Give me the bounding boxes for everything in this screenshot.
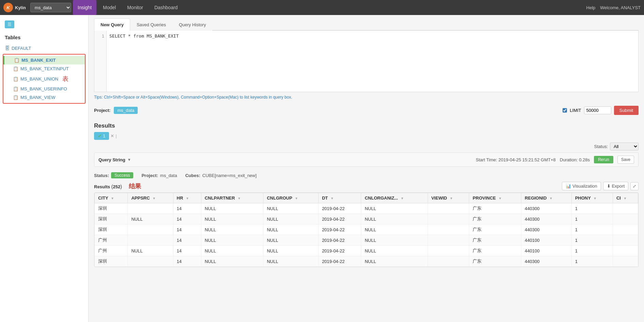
result-tab-1[interactable]: ✔ 1 [94,132,109,140]
col-province[interactable]: PROVINCE ▼ [469,193,521,203]
col-cnlorganiz[interactable]: CNLORGANIZ... ▼ [361,193,428,203]
limit-checkbox[interactable] [563,108,567,113]
table-cell: 14 [173,214,201,224]
table-item-ms-bank-textinput[interactable]: 📋 MS_BANK_TEXTINPUT [3,64,85,73]
table-cell: 14 [173,203,201,214]
col-phony[interactable]: PHONY ▼ [571,193,613,203]
db-section: 🗄 DEFAULT 📋 MS_BANK_EXIT 📋 MS_BANK_TEXTI… [0,44,88,104]
col-cnlpartner[interactable]: CNLPARTNER ▼ [201,193,263,203]
sort-icon-appsrc: ▼ [152,196,156,200]
table-cell: NULL [128,246,173,256]
table-item-ms-bank-union[interactable]: 📋 MS_BANK_UNION 表 [3,73,85,85]
table-cell [613,203,638,214]
table-cell: NULL [201,246,263,256]
visualization-button[interactable]: 📊 Visualization [562,182,601,190]
table-cell: 1 [571,256,613,267]
table-cell: NULL [361,235,428,246]
table-cell [428,224,469,235]
save-button[interactable]: Save [617,156,634,164]
meta-status: Status: Success [94,172,133,178]
result-tab-close[interactable]: ✕ [110,133,114,138]
status-row: Status: AllSuccessFailed [94,143,639,150]
table-cell: 广东 [469,203,521,214]
rerun-button[interactable]: Rerun [594,156,613,163]
tab-new-query[interactable]: New Query [94,18,130,31]
result-tab-add[interactable]: | [116,133,117,138]
nav-dashboard[interactable]: Dashboard [150,0,183,15]
col-regionid[interactable]: REGIONID ▼ [521,193,572,203]
table-item-ms-bank-view[interactable]: 📋 MS_BANK_VIEW [3,93,85,102]
help-button[interactable]: Help [586,5,596,10]
sort-icon-phony: ▼ [593,196,597,200]
table-item-ms-bank-userinfo[interactable]: 📋 MS_BANK_USERINFO [3,85,85,93]
table-cell: 广州 [95,235,128,246]
db-icon: 🗄 [5,45,10,51]
table-cell [428,235,469,246]
db-default[interactable]: 🗄 DEFAULT [0,44,88,53]
nav-monitor[interactable]: Monitor [122,0,148,15]
result-tab-label: 1 [103,133,105,138]
table-cell: 2019-04-22 [318,214,361,224]
table-cell [428,246,469,256]
table-cell [428,256,469,267]
chevron-down-icon: ▼ [127,158,131,162]
col-hr[interactable]: HR ▼ [173,193,201,203]
tab-saved-queries[interactable]: Saved Queries [130,18,172,31]
table-cell [428,203,469,214]
expand-button[interactable]: ⤢ [630,182,639,190]
table-icon-0: 📋 [14,58,19,63]
table-cell: 深圳 [95,256,128,267]
export-button[interactable]: ⬇ Export [603,182,628,190]
table-cell: 14 [173,256,201,267]
table-item-ms-bank-exit[interactable]: 📋 MS_BANK_EXIT [3,56,85,64]
results-count-row: Results (252) 结果 📊 Visualization ⬇ Expor… [94,182,639,190]
status-filter-select[interactable]: AllSuccessFailed [610,143,639,150]
sidebar-toggle-button[interactable]: ☰ [5,20,14,28]
sort-icon-viewid: ▼ [450,196,453,200]
col-ci[interactable]: CI ▼ [613,193,638,203]
query-string-right: Start Time: 2019-04-25 15:21:52 GMT+8 Du… [476,156,634,164]
meta-cubes: Cubes: CUBE[name=ms_exit_new] [185,173,257,178]
sort-icon-city: ▼ [111,196,114,200]
table-cell: NULL [361,224,428,235]
project-row: Project: ms_data LIMIT Submit [94,102,639,118]
submit-button[interactable]: Submit [614,106,639,115]
query-string-bar: Query String ▼ Start Time: 2019-04-25 15… [94,152,639,167]
chart-icon: 📊 [566,184,572,189]
kylin-logo-icon: K [3,3,13,12]
query-editor[interactable]: SELECT * from MS_BANK_EXIT [107,31,638,92]
limit-input[interactable] [584,106,611,114]
table-cell: 440300 [521,256,572,267]
project-select[interactable]: ms_data [30,3,71,12]
col-dt[interactable]: DT ▼ [318,193,361,203]
meta-project: Project: ms_data [141,173,177,178]
col-cnlgroup[interactable]: CNLGROUP ▼ [263,193,319,203]
table-cell: 广东 [469,256,521,267]
table-cell [128,203,173,214]
table-cell: 广东 [469,235,521,246]
col-appsrc[interactable]: APPSRC ▼ [128,193,173,203]
col-viewid[interactable]: VIEWID ▼ [428,193,469,203]
start-time-label: Start Time: 2019-04-25 15:21:52 GMT+8 [476,157,556,162]
main-layout: ☰ Tables 🗄 DEFAULT 📋 MS_BANK_EXIT 📋 MS_B… [0,15,644,322]
tables-highlight-box: 📋 MS_BANK_EXIT 📋 MS_BANK_TEXTINPUT 📋 MS_… [3,54,86,104]
tables-title: Tables [0,30,88,42]
nav-insight[interactable]: Insight [73,0,96,15]
col-city[interactable]: CITY ▼ [95,193,128,203]
topnav-right: Help Welcome, ANALYST [586,5,641,10]
query-tabs: New Query Saved Queries Query History [94,18,639,31]
table-icon-1: 📋 [13,66,18,71]
table-cell: 深圳 [95,203,128,214]
sort-icon-ci: ▼ [624,196,627,200]
nav-model[interactable]: Model [98,0,121,15]
table-cell: NULL [201,235,263,246]
app-logo: K Kylin [3,3,26,12]
table-cell: NULL [201,224,263,235]
table-cell: NULL [263,224,319,235]
table-icon-4: 📋 [13,95,18,100]
sort-icon-province: ▼ [499,196,502,200]
table-icon-3: 📋 [13,86,18,91]
tab-query-history[interactable]: Query History [172,18,212,31]
table-cell: 1 [571,235,613,246]
query-string-left: Query String ▼ [98,157,131,162]
